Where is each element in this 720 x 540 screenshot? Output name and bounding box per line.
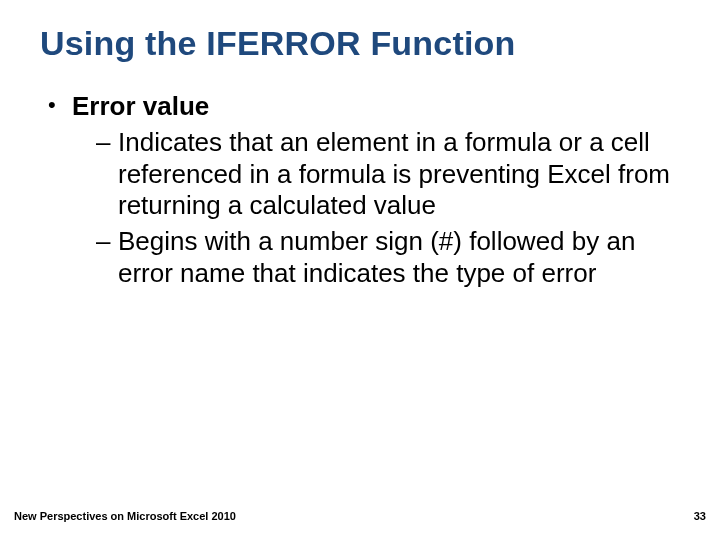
slide: Using the IFERROR Function Error value I… (0, 0, 720, 540)
list-item: Indicates that an element in a formula o… (96, 127, 680, 222)
page-number: 33 (694, 510, 706, 522)
slide-footer: New Perspectives on Microsoft Excel 2010… (14, 510, 706, 522)
list-item: Begins with a number sign (#) followed b… (96, 226, 680, 289)
slide-title: Using the IFERROR Function (40, 24, 680, 63)
bullet-list-level2: Indicates that an element in a formula o… (72, 127, 680, 290)
bullet-l2-text: Begins with a number sign (#) followed b… (118, 226, 635, 288)
bullet-l2-text: Indicates that an element in a formula o… (118, 127, 670, 220)
list-item: Error value Indicates that an element in… (48, 91, 680, 289)
footer-text: New Perspectives on Microsoft Excel 2010 (14, 510, 236, 522)
bullet-l1-text: Error value (72, 91, 209, 121)
slide-content: Error value Indicates that an element in… (40, 91, 680, 289)
bullet-list-level1: Error value Indicates that an element in… (40, 91, 680, 289)
